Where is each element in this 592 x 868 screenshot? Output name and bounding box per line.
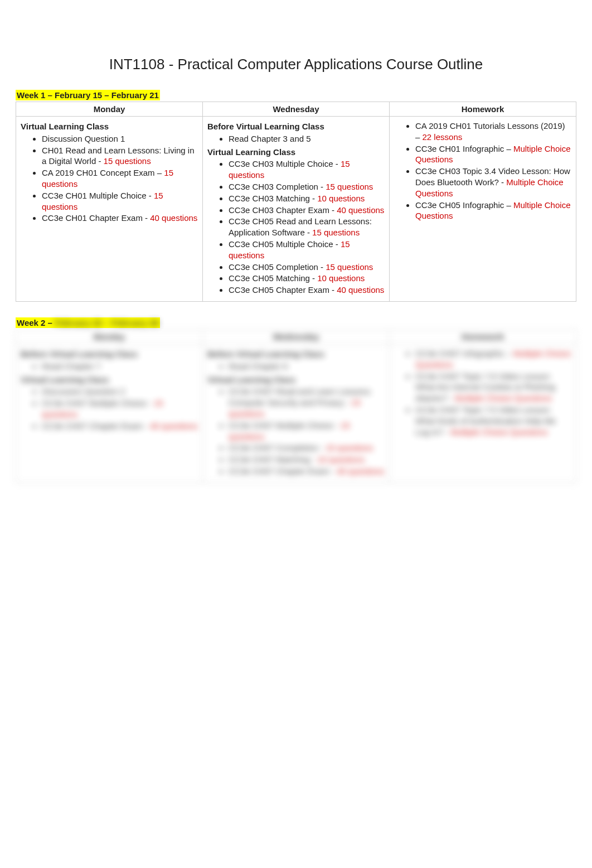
week1-wednesday-cell: Before Virtual Learning Class Read Chapt… (203, 117, 390, 302)
week2-blurred-section: Week 2 – February 22 – February 28 Monda… (16, 314, 576, 483)
section-heading: Before Virtual Learning Class (207, 349, 385, 360)
week1-monday-cell: Virtual Learning Class Discussion Questi… (16, 117, 203, 302)
section-heading: Before Virtual Learning Class (207, 121, 385, 132)
list-item: CA 2019 CH01 Tutorials Lessons (2019) – … (415, 120, 571, 143)
list-item: Discussion Question 1 (42, 133, 198, 144)
list-item: CC3e CH01 Chapter Exam - 40 questions (42, 213, 198, 224)
list-item: CC3e CH01 Multiple Choice - 15 questions (42, 190, 198, 213)
section-heading: Virtual Learning Class (21, 121, 198, 132)
col-homework: Homework (390, 329, 576, 344)
list-item: CC3e CH07 Chapter Exam - 40 questions (42, 421, 198, 432)
week2-label: Week 2 – February 22 – February 28 (16, 317, 160, 328)
list-item: Read Chapter 7 (42, 361, 198, 372)
week2-homework-cell: CC3e CH07 Infographic – Multiple Choice … (390, 344, 576, 483)
list-item: CC3e CH03 Chapter Exam - 40 questions (229, 205, 385, 216)
table-row: Virtual Learning Class Discussion Questi… (16, 117, 576, 302)
list-item: CC3e CH01 Infographic – Multiple Choice … (415, 143, 571, 166)
col-wednesday: Wednesday (203, 102, 390, 117)
list-item: CC3e CH05 Chapter Exam - 40 questions (229, 284, 385, 296)
list-item: CC3e CH05 Matching - 10 questions (229, 273, 385, 284)
list-item: CC3e CH03 Matching - 10 questions (229, 193, 385, 204)
col-monday: Monday (16, 329, 203, 344)
list-item: CA 2019 CH01 Concept Exam – 15 questions (42, 167, 198, 190)
list-item: Read Chapter 9 (229, 361, 385, 372)
table-header-row: Monday Wednesday Homework (16, 329, 576, 344)
list-item: CC3e CH05 Multiple Choice - 15 questions (229, 239, 385, 261)
week1-label: Week 1 – February 15 – February 21 (16, 90, 160, 100)
week2-table: Monday Wednesday Homework Before Virtual… (16, 329, 576, 483)
col-monday: Monday (16, 102, 203, 117)
list-item: Read Chapter 3 and 5 (229, 133, 385, 144)
table-header-row: Monday Wednesday Homework (16, 102, 576, 117)
list-item: CC3e CH07 Topic 7.5 Video Lesson: What K… (415, 404, 571, 437)
section-heading: Virtual Learning Class (207, 147, 385, 158)
list-item: CC3e CH07 Read and Learn Lessons: Comput… (229, 386, 385, 419)
list-item: CC3e CH05 Completion - 15 questions (229, 262, 385, 273)
week2-wednesday-cell: Before Virtual Learning Class Read Chapt… (203, 344, 390, 483)
list-item: CC3e CH07 Completion - 15 questions (229, 442, 385, 454)
list-item: CH01 Read and Learn Lessons: Living in a… (42, 145, 198, 167)
section-heading: Virtual Learning Class (21, 374, 198, 385)
list-item: CC3e CH03 Completion - 15 questions (229, 181, 385, 192)
col-homework: Homework (390, 102, 576, 117)
list-item: CC3e CH05 Infographic – Multiple Choice … (415, 200, 571, 222)
list-item: CC3e CH03 Multiple Choice - 15 questions (229, 158, 385, 181)
list-item: CC3e CH07 Matching - 10 questions (229, 454, 385, 465)
col-wednesday: Wednesday (203, 329, 390, 344)
list-item: CC3e CH05 Read and Learn Lessons: Applic… (229, 216, 385, 238)
page-title: INT1108 - Practical Computer Application… (16, 56, 576, 73)
list-item: Discussion Question 2 (42, 386, 198, 397)
list-item: CC3e CH07 Chapter Exam - 40 questions (229, 466, 385, 477)
list-item: CC3e CH07 Multiple Choice - 15 questions (42, 398, 198, 420)
section-heading: Virtual Learning Class (207, 374, 385, 385)
week1-homework-cell: CA 2019 CH01 Tutorials Lessons (2019) – … (390, 117, 576, 302)
section-heading: Before Virtual Learning Class (21, 349, 198, 360)
list-item: CC3e CH07 Multiple Choice - 15 questions (229, 420, 385, 442)
week1-table: Monday Wednesday Homework Virtual Learni… (16, 102, 576, 302)
list-item: CC3e CH07 Infographic – Multiple Choice … (415, 348, 571, 370)
list-item: CC3e CH07 Topic 7.6 Video Lesson: What A… (415, 371, 571, 404)
week2-monday-cell: Before Virtual Learning Class Read Chapt… (16, 344, 203, 483)
list-item: CC3e CH03 Topic 3.4 Video Lesson: How Do… (415, 166, 571, 199)
table-row: Before Virtual Learning Class Read Chapt… (16, 344, 576, 483)
